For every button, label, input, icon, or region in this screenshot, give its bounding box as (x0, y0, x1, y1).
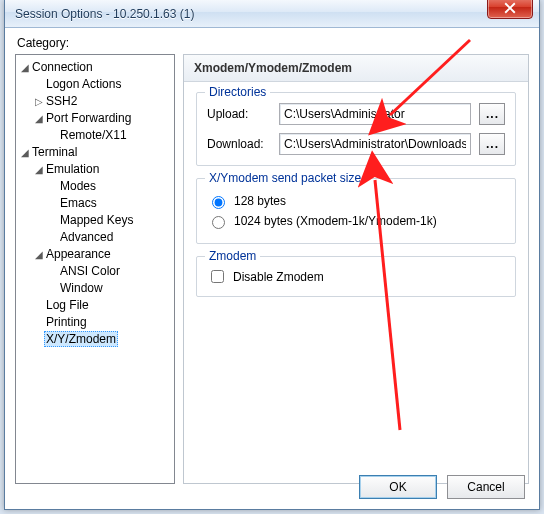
directories-group: Directories Upload: ... Download: ... (196, 92, 516, 166)
tree-remote-x11[interactable]: Remote/X11 (58, 128, 129, 142)
packet-128-radio[interactable] (212, 196, 225, 209)
tree-mapped-keys[interactable]: Mapped Keys (58, 213, 135, 227)
tree-logon-actions[interactable]: Logon Actions (44, 77, 123, 91)
tree-connection[interactable]: Connection (30, 60, 95, 74)
tree-terminal[interactable]: Terminal (30, 145, 79, 159)
upload-browse-button[interactable]: ... (479, 103, 505, 125)
packet-1024-label: 1024 bytes (Xmodem-1k/Ymodem-1k) (234, 214, 437, 228)
window-title: Session Options - 10.250.1.63 (1) (15, 7, 194, 21)
expand-terminal[interactable]: ◢ (20, 144, 30, 161)
close-icon (504, 2, 516, 14)
upload-label: Upload: (207, 107, 271, 121)
tree-ansi-color[interactable]: ANSI Color (58, 264, 122, 278)
expand-connection[interactable]: ◢ (20, 59, 30, 76)
cancel-button[interactable]: Cancel (447, 475, 525, 499)
tree-appearance[interactable]: Appearance (44, 247, 113, 261)
disable-zmodem-label: Disable Zmodem (233, 270, 324, 284)
tree-printing[interactable]: Printing (44, 315, 89, 329)
packet-128-label: 128 bytes (234, 194, 286, 208)
tree-window[interactable]: Window (58, 281, 105, 295)
tree-xyzmodem[interactable]: X/Y/Zmodem (44, 331, 118, 347)
packet-legend: X/Ymodem send packet size (205, 171, 365, 185)
panel-header: Xmodem/Ymodem/Zmodem (184, 55, 528, 82)
ok-button[interactable]: OK (359, 475, 437, 499)
expand-emulation[interactable]: ◢ (34, 161, 44, 178)
expand-appearance[interactable]: ◢ (34, 246, 44, 263)
zmodem-group: Zmodem Disable Zmodem (196, 256, 516, 297)
settings-panel: Xmodem/Ymodem/Zmodem Directories Upload:… (183, 54, 529, 484)
packet-1024-radio[interactable] (212, 216, 225, 229)
close-button[interactable] (487, 0, 533, 19)
tree-port-forwarding[interactable]: Port Forwarding (44, 111, 133, 125)
client-area: Category: ◢Connection Logon Actions ▷SSH… (5, 28, 539, 509)
download-label: Download: (207, 137, 271, 151)
tree-advanced[interactable]: Advanced (58, 230, 115, 244)
expand-ssh2[interactable]: ▷ (34, 93, 44, 110)
download-browse-button[interactable]: ... (479, 133, 505, 155)
expand-portfwd[interactable]: ◢ (34, 110, 44, 127)
upload-path-input[interactable] (279, 103, 471, 125)
tree-emacs[interactable]: Emacs (58, 196, 99, 210)
disable-zmodem-checkbox[interactable] (211, 270, 224, 283)
download-path-input[interactable] (279, 133, 471, 155)
category-label: Category: (17, 36, 529, 50)
tree-emulation[interactable]: Emulation (44, 162, 101, 176)
session-options-dialog: Session Options - 10.250.1.63 (1) Catego… (4, 0, 540, 510)
zmodem-legend: Zmodem (205, 249, 260, 263)
tree-modes[interactable]: Modes (58, 179, 98, 193)
category-tree[interactable]: ◢Connection Logon Actions ▷SSH2 ◢Port Fo… (15, 54, 175, 484)
tree-ssh2[interactable]: SSH2 (44, 94, 79, 108)
titlebar[interactable]: Session Options - 10.250.1.63 (1) (5, 0, 539, 28)
directories-legend: Directories (205, 85, 270, 99)
packet-size-group: X/Ymodem send packet size 128 bytes 1024… (196, 178, 516, 244)
dialog-buttons: OK Cancel (359, 475, 525, 499)
tree-log-file[interactable]: Log File (44, 298, 91, 312)
